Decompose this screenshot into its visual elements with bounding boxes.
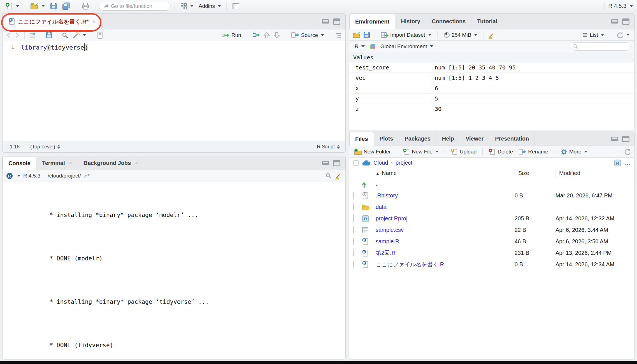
environment-row[interactable]: test_score num [1:5] 20 35 40 70 95	[349, 62, 634, 73]
console-output[interactable]: * installing *binary* package ‘modelr’ .…	[3, 181, 345, 359]
tab-console[interactable]: Console	[3, 156, 36, 170]
language-selector[interactable]: R	[353, 43, 366, 50]
minimize-icon[interactable]	[611, 19, 618, 24]
forward-icon[interactable]	[14, 32, 20, 38]
file-name-link[interactable]: .Rhistory	[376, 192, 515, 199]
tab-source-file[interactable]: R ここにファイル名を書く.R* ×	[3, 14, 102, 29]
tab-files[interactable]: Files	[349, 132, 374, 146]
tab-help[interactable]: Help	[436, 132, 460, 146]
new-folder-button[interactable]: New Folder	[353, 148, 392, 156]
file-row[interactable]: R R data	[349, 201, 634, 213]
column-modified[interactable]: Modified	[555, 168, 634, 178]
breadcrumb-current[interactable]: project	[396, 160, 412, 166]
search-icon[interactable]	[325, 172, 332, 179]
file-row[interactable]: R R project.Rproj 205 B Apr 14, 2026, 12…	[349, 213, 634, 224]
tab-terminal[interactable]: Terminal×	[36, 156, 78, 170]
file-name-link[interactable]: 第2回.R	[376, 249, 515, 257]
search-icon[interactable]	[62, 32, 68, 39]
minimize-icon[interactable]	[611, 137, 618, 141]
document-outline-icon[interactable]	[335, 32, 342, 38]
file-checkbox[interactable]	[353, 192, 354, 199]
addins-menu[interactable]: Addins	[197, 2, 222, 10]
scope-selector[interactable]: (Top Level)	[30, 143, 61, 150]
goto-file-input[interactable]	[111, 3, 164, 9]
file-name-link[interactable]: ここにファイル名を書く.R	[376, 261, 515, 268]
arrow-down-icon[interactable]	[273, 32, 280, 39]
file-checkbox[interactable]	[353, 249, 354, 256]
file-row[interactable]: R R .Rhistory 0 B Mar 20, 2026, 6:47 PM	[349, 190, 634, 201]
save-button[interactable]	[48, 2, 59, 11]
environment-selector[interactable]: Global Environment	[379, 43, 435, 50]
maximize-icon[interactable]	[333, 160, 340, 166]
breadcrumb-root[interactable]: Cloud	[373, 160, 388, 166]
file-name-link[interactable]: ..	[376, 181, 515, 187]
delete-button[interactable]: Delete	[487, 147, 514, 156]
file-checkbox[interactable]	[353, 215, 354, 222]
clear-environment-broom-icon[interactable]	[488, 31, 495, 39]
r-version-menu[interactable]: R 4.5.3	[603, 3, 633, 10]
file-checkbox[interactable]	[353, 261, 354, 268]
rename-button[interactable]: Rename	[517, 148, 550, 156]
tab-presentation[interactable]: Presentation	[489, 132, 535, 146]
code-editor[interactable]: 1 library(tidyverse)	[3, 41, 345, 141]
minimize-icon[interactable]	[322, 19, 329, 24]
code-line[interactable]: library(tidyverse)	[19, 41, 88, 141]
environment-row[interactable]: z 30	[349, 104, 634, 114]
file-type-selector[interactable]: R Script	[317, 143, 340, 150]
run-button[interactable]: Run	[220, 31, 243, 39]
maximize-icon[interactable]	[333, 18, 340, 25]
tab-plots[interactable]: Plots	[374, 132, 399, 146]
environment-search[interactable]	[571, 42, 631, 51]
environment-row[interactable]: x 6	[349, 83, 634, 94]
columns-layout-button[interactable]	[231, 2, 241, 11]
file-name-link[interactable]: sample.csv	[376, 227, 515, 233]
close-icon[interactable]: ×	[92, 18, 96, 25]
tab-packages[interactable]: Packages	[399, 132, 436, 146]
file-checkbox[interactable]	[353, 238, 354, 245]
file-row[interactable]: R R sample.csv 22 B Apr 6, 2026, 3:44 AM	[349, 224, 634, 236]
file-name-link[interactable]: sample.R	[376, 238, 515, 245]
save-workspace-icon[interactable]	[363, 32, 370, 38]
more-button[interactable]: More	[559, 147, 589, 156]
minimize-icon[interactable]	[322, 161, 329, 165]
list-view-button[interactable]: List	[580, 31, 606, 39]
clear-console-broom-icon[interactable]	[335, 172, 342, 179]
import-dataset-button[interactable]: Import Dataset	[379, 31, 433, 39]
tab-connections[interactable]: Connections	[426, 14, 471, 29]
open-file-button[interactable]	[29, 2, 46, 11]
tab-background-jobs[interactable]: Background Jobs×	[78, 156, 144, 170]
close-icon[interactable]: ×	[135, 160, 138, 166]
arrow-up-icon[interactable]	[263, 32, 270, 39]
new-file-button[interactable]	[4, 1, 21, 11]
file-checkbox[interactable]	[353, 226, 354, 234]
print-button[interactable]	[80, 2, 91, 11]
source-button[interactable]: Source	[290, 31, 326, 40]
pane-layout-button[interactable]	[179, 2, 195, 11]
close-icon[interactable]: ×	[69, 160, 72, 166]
tab-viewer[interactable]: Viewer	[460, 132, 489, 146]
file-row[interactable]: R R ..	[349, 178, 634, 190]
open-in-window-icon[interactable]	[29, 32, 36, 39]
load-workspace-icon[interactable]	[353, 32, 361, 38]
new-file-button[interactable]: New File	[401, 147, 440, 156]
maximize-icon[interactable]	[622, 18, 629, 25]
file-name-link[interactable]: data	[376, 204, 515, 210]
cursor-position[interactable]: 1:18	[10, 144, 20, 150]
compile-report-icon[interactable]	[97, 32, 103, 39]
column-name[interactable]: ▲ Name	[349, 170, 515, 176]
show-directory-icon[interactable]	[84, 173, 90, 179]
goto-file-search[interactable]	[99, 2, 171, 11]
maximize-icon[interactable]	[622, 136, 629, 142]
select-all-checkbox[interactable]	[353, 160, 359, 166]
environment-row[interactable]: y 5	[349, 94, 634, 104]
code-tools-button[interactable]	[71, 31, 87, 40]
tab-history[interactable]: History	[395, 14, 426, 29]
file-row[interactable]: R R ここにファイル名を書く.R 0 B Apr 14, 2026, 12:3…	[349, 259, 634, 270]
r-project-icon[interactable]: R	[614, 159, 622, 167]
environment-row[interactable]: vec num [1:5] 1 2 3 4 5	[349, 73, 634, 83]
column-size[interactable]: Size	[515, 168, 555, 178]
file-checkbox[interactable]	[353, 203, 354, 211]
tab-environment[interactable]: Environment	[349, 14, 395, 29]
upload-button[interactable]: Upload	[449, 147, 478, 156]
refresh-icon[interactable]	[624, 148, 631, 155]
